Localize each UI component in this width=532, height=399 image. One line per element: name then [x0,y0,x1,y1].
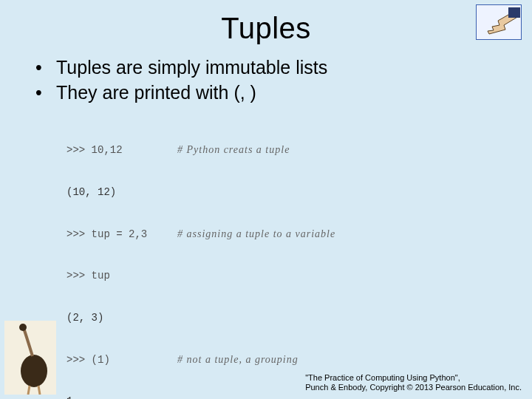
bullet-item: They are printed with (, ) [35,81,517,106]
code-line: >>> tup = 2,3 [66,228,177,242]
code-line: 1 [66,395,177,399]
svg-point-3 [19,324,27,331]
code-line: >>> tup [66,269,177,283]
code-line: (10, 12) [66,185,177,200]
footer-line: Punch & Enbody, Copyright © 2013 Pearson… [305,383,522,393]
code-line: >>> (1) [66,353,177,367]
code-block: >>> 10,12# Python creats a tuple (10, 12… [66,116,517,400]
svg-point-2 [21,355,47,387]
footer-citation: "The Practice of Computing Using Python"… [305,373,522,394]
slide-title: Tuples [15,12,517,45]
bullet-list: Tuples are simply immutable lists They a… [35,55,517,106]
footer-line: "The Practice of Computing Using Python"… [305,373,522,383]
code-line: >>> 10,12 [66,143,177,157]
slide: Tuples Tuples are simply immutable lists… [0,0,532,399]
code-comment: # not a tuple, a grouping [177,353,299,367]
code-comment: # assigning a tuple to a variable [177,228,335,242]
pointing-hand-icon [476,4,522,40]
code-line: (2, 3) [66,311,177,325]
svg-rect-0 [508,7,520,18]
bullet-item: Tuples are simply immutable lists [35,55,517,81]
code-comment: # Python creats a tuple [177,143,290,157]
ostrich-image [4,321,56,395]
